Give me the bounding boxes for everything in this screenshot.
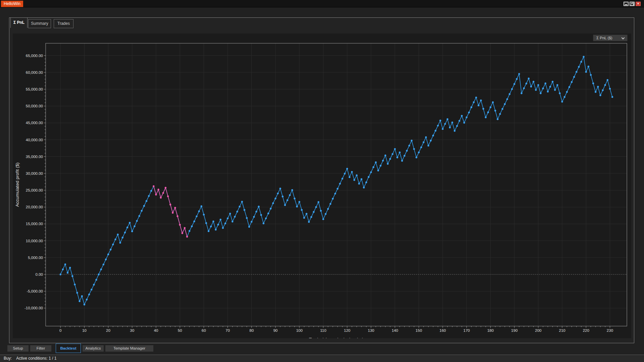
tab-setup[interactable]: Setup: [7, 345, 29, 352]
close-button[interactable]: ✕: [636, 2, 641, 6]
chart-container: 0102030405060708090100110120130140150160…: [13, 34, 631, 338]
svg-text:80: 80: [249, 328, 254, 332]
svg-text:190: 190: [511, 328, 517, 332]
svg-text:170: 170: [463, 328, 470, 332]
chevron-down-icon: [622, 36, 625, 40]
tab-sigma-pnl[interactable]: Σ PnL: [10, 17, 28, 28]
y-axis-label: Accumulated profit ($): [15, 162, 20, 207]
axis-titles: Trade (chronological order)Accumulated p…: [15, 162, 363, 338]
svg-text:140: 140: [392, 328, 398, 332]
svg-text:35,000.00: 35,000.00: [26, 155, 43, 159]
svg-text:50: 50: [178, 328, 182, 332]
svg-text:55,000.00: 55,000.00: [26, 87, 43, 91]
axis-ticks: [44, 56, 610, 328]
svg-text:150: 150: [415, 328, 422, 332]
svg-text:90: 90: [273, 328, 278, 332]
tab-backtest[interactable]: Backtest: [56, 344, 81, 353]
data-points: [59, 56, 613, 305]
svg-text:60,000.00: 60,000.00: [26, 70, 43, 74]
svg-text:30: 30: [130, 328, 134, 332]
svg-text:15,000.00: 15,000.00: [26, 222, 43, 226]
minimize-icon: [625, 4, 627, 5]
tab-summary[interactable]: Summary: [28, 19, 51, 28]
restore-button[interactable]: [630, 2, 635, 6]
series-dropdown[interactable]: Σ PnL ($): [593, 35, 628, 41]
svg-text:70: 70: [226, 328, 230, 332]
titlebar: HelloWin ✕: [0, 0, 644, 7]
svg-text:220: 220: [583, 328, 589, 332]
tab-trades[interactable]: Trades: [54, 19, 73, 28]
status-prefix: Buy:: [4, 356, 12, 361]
minimize-button[interactable]: [624, 2, 629, 6]
svg-text:110: 110: [320, 328, 326, 332]
svg-text:0.00: 0.00: [36, 272, 43, 276]
svg-text:120: 120: [344, 328, 350, 332]
svg-text:10: 10: [82, 328, 87, 332]
svg-text:40,000.00: 40,000.00: [26, 138, 43, 142]
svg-text:210: 210: [559, 328, 565, 332]
svg-text:130: 130: [368, 328, 374, 332]
svg-text:45,000.00: 45,000.00: [26, 121, 43, 125]
close-icon: ✕: [637, 2, 640, 5]
svg-text:30,000.00: 30,000.00: [26, 171, 43, 175]
svg-text:10,000.00: 10,000.00: [26, 239, 43, 243]
svg-text:25,000.00: 25,000.00: [26, 188, 43, 192]
tab-analytics[interactable]: Analytics: [83, 345, 104, 352]
svg-text:0: 0: [59, 328, 61, 332]
svg-text:-5,000.00: -5,000.00: [27, 289, 43, 293]
app-title: HelloWin: [1, 1, 23, 7]
svg-text:230: 230: [607, 328, 613, 332]
svg-text:160: 160: [440, 328, 446, 332]
status-bar: Buy: Active conditions: 1 / 1: [0, 355, 644, 362]
series-dropdown-value: Σ PnL ($): [596, 36, 612, 40]
app-window: { "window": { "title": "HelloWin" }, "to…: [0, 0, 644, 362]
svg-text:100: 100: [296, 328, 302, 332]
svg-text:200: 200: [535, 328, 541, 332]
gridlines: [46, 43, 627, 326]
svg-text:180: 180: [487, 328, 494, 332]
tab-filter[interactable]: Filter: [30, 345, 51, 352]
svg-text:-10,000.00: -10,000.00: [24, 306, 43, 310]
svg-text:65,000.00: 65,000.00: [26, 54, 43, 58]
svg-text:40: 40: [154, 328, 158, 332]
svg-text:20: 20: [106, 328, 110, 332]
pnl-line: [60, 57, 612, 305]
tab-template-manager[interactable]: Template Manager: [105, 345, 153, 352]
svg-text:5,000.00: 5,000.00: [28, 256, 43, 260]
svg-text:50,000.00: 50,000.00: [26, 104, 43, 108]
x-axis-label: Trade (chronological order): [309, 337, 363, 338]
axis-tick-labels: 0102030405060708090100110120130140150160…: [24, 54, 613, 332]
pnl-chart[interactable]: 0102030405060708090100110120130140150160…: [13, 34, 631, 338]
svg-text:20,000.00: 20,000.00: [26, 205, 43, 209]
svg-text:60: 60: [202, 328, 206, 332]
status-text: Active conditions: 1 / 1: [16, 356, 56, 361]
plot-area-border[interactable]: [46, 43, 627, 326]
pnl-line-highlight: [154, 186, 187, 237]
restore-icon: [631, 3, 633, 5]
